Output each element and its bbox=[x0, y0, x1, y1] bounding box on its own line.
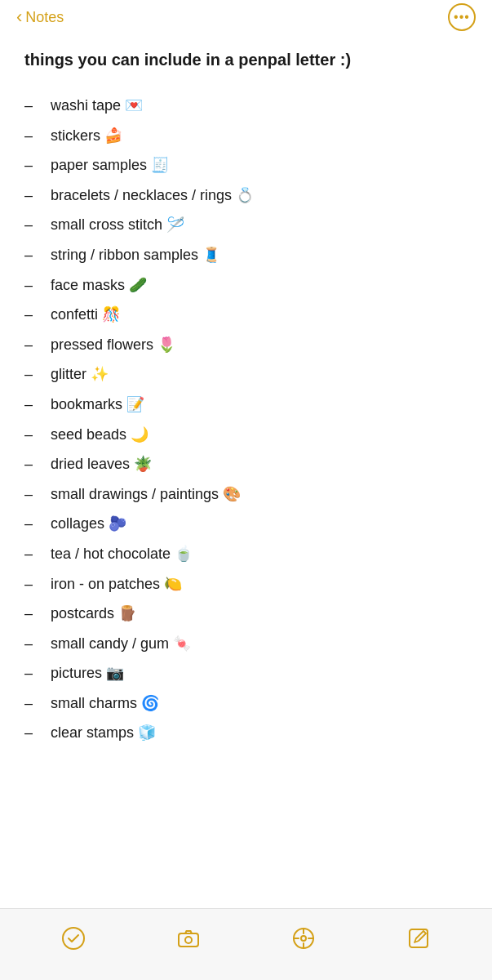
edit-button[interactable] bbox=[406, 926, 431, 951]
list-dash: – bbox=[24, 302, 47, 327]
list-item: –string / ribbon samples 🧵 bbox=[24, 243, 468, 268]
list-dash: – bbox=[24, 273, 47, 298]
list-item-text: stickers 🍰 bbox=[51, 123, 468, 149]
list-item: –tea / hot chocolate 🍵 bbox=[24, 541, 468, 567]
list-item-text: bracelets / necklaces / rings 💍 bbox=[51, 183, 468, 208]
list-item-text: postcards 🪵 bbox=[51, 601, 468, 626]
list-dash: – bbox=[24, 153, 47, 178]
list-item: –bracelets / necklaces / rings 💍 bbox=[24, 183, 468, 208]
list-dash: – bbox=[24, 362, 47, 387]
list-dash: – bbox=[24, 720, 47, 746]
list-dash: – bbox=[24, 93, 47, 118]
list-item-text: small charms 🌀 bbox=[51, 691, 468, 716]
svg-rect-1 bbox=[179, 933, 198, 947]
list-item-text: iron - on patches 🍋 bbox=[51, 572, 468, 597]
list-dash: – bbox=[24, 392, 47, 417]
more-button[interactable]: ••• bbox=[448, 3, 476, 31]
list-dash: – bbox=[24, 212, 47, 238]
list-dash: – bbox=[24, 183, 47, 208]
list-item-text: small drawings / paintings 🎨 bbox=[51, 482, 468, 507]
list-item: –postcards 🪵 bbox=[24, 601, 468, 626]
list-item-text: face masks 🥒 bbox=[51, 273, 468, 298]
list-dash: – bbox=[24, 422, 47, 448]
list-item: –glitter ✨ bbox=[24, 362, 468, 387]
list-item-text: glitter ✨ bbox=[51, 362, 468, 387]
list-dash: – bbox=[24, 691, 47, 716]
list-item: –pressed flowers 🌷 bbox=[24, 332, 468, 358]
list-item-text: seed beads 🌙 bbox=[51, 422, 468, 448]
list-item: –pictures 📷 bbox=[24, 661, 468, 686]
list-item-text: tea / hot chocolate 🍵 bbox=[51, 541, 468, 567]
list-item: –washi tape 💌 bbox=[24, 93, 468, 118]
list-item-text: pictures 📷 bbox=[51, 661, 468, 686]
list-dash: – bbox=[24, 631, 47, 657]
list-item: –paper samples 🧾 bbox=[24, 153, 468, 178]
list-dash: – bbox=[24, 243, 47, 268]
list-item: –confetti 🎊 bbox=[24, 302, 468, 327]
item-list: –washi tape 💌–stickers 🍰–paper samples 🧾… bbox=[24, 93, 468, 746]
list-item: –bookmarks 📝 bbox=[24, 392, 468, 417]
check-button[interactable] bbox=[61, 926, 86, 951]
note-title: things you can include in a penpal lette… bbox=[24, 49, 468, 70]
chevron-left-icon: ‹ bbox=[16, 8, 22, 26]
list-item: –small candy / gum 🍬 bbox=[24, 631, 468, 657]
list-dash: – bbox=[24, 123, 47, 149]
list-item-text: clear stamps 🧊 bbox=[51, 720, 468, 746]
list-item: –face masks 🥒 bbox=[24, 273, 468, 298]
list-item: –small drawings / paintings 🎨 bbox=[24, 482, 468, 507]
list-item-text: confetti 🎊 bbox=[51, 302, 468, 327]
list-dash: – bbox=[24, 572, 47, 597]
list-item-text: dried leaves 🪴 bbox=[51, 452, 468, 477]
list-item: –collages 🫐 bbox=[24, 511, 468, 537]
list-item: –stickers 🍰 bbox=[24, 123, 468, 149]
list-item-text: paper samples 🧾 bbox=[51, 153, 468, 178]
list-dash: – bbox=[24, 452, 47, 477]
svg-point-2 bbox=[185, 937, 192, 943]
list-item-text: small candy / gum 🍬 bbox=[51, 631, 468, 657]
note-content: things you can include in a penpal lette… bbox=[0, 41, 492, 849]
bottom-toolbar bbox=[0, 908, 492, 980]
nav-bar: ‹ Notes ••• bbox=[0, 0, 492, 41]
list-item-text: string / ribbon samples 🧵 bbox=[51, 243, 468, 268]
list-item-text: washi tape 💌 bbox=[51, 93, 468, 118]
list-dash: – bbox=[24, 601, 47, 626]
location-button[interactable] bbox=[291, 926, 316, 951]
back-button[interactable]: ‹ Notes bbox=[16, 8, 64, 26]
list-item: –seed beads 🌙 bbox=[24, 422, 468, 448]
list-dash: – bbox=[24, 332, 47, 358]
svg-point-4 bbox=[301, 936, 306, 941]
list-item-text: small cross stitch 🪡 bbox=[51, 212, 468, 238]
list-item: –small charms 🌀 bbox=[24, 691, 468, 716]
list-dash: – bbox=[24, 482, 47, 507]
list-item: –dried leaves 🪴 bbox=[24, 452, 468, 477]
list-item: –small cross stitch 🪡 bbox=[24, 212, 468, 238]
more-icon: ••• bbox=[454, 11, 470, 24]
list-dash: – bbox=[24, 511, 47, 537]
svg-point-0 bbox=[63, 928, 84, 949]
camera-button[interactable] bbox=[176, 926, 201, 951]
list-item-text: pressed flowers 🌷 bbox=[51, 332, 468, 358]
list-item-text: collages 🫐 bbox=[51, 511, 468, 537]
list-item-text: bookmarks 📝 bbox=[51, 392, 468, 417]
list-item: –clear stamps 🧊 bbox=[24, 720, 468, 746]
back-label: Notes bbox=[25, 9, 64, 26]
list-item: –iron - on patches 🍋 bbox=[24, 572, 468, 597]
list-dash: – bbox=[24, 661, 47, 686]
list-dash: – bbox=[24, 541, 47, 567]
